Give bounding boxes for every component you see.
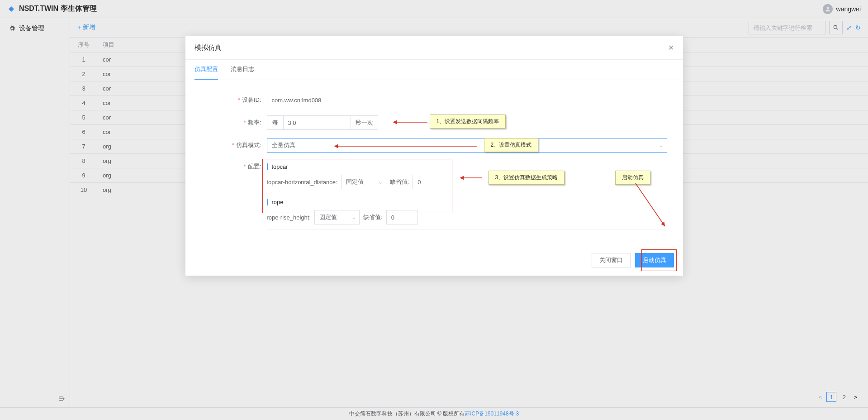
frequency-input[interactable] bbox=[283, 115, 351, 130]
close-button[interactable]: 关闭窗口 bbox=[592, 253, 631, 267]
simulation-modal: 模拟仿真 ✕ 仿真配置 消息日志 *设备ID: *频率: 每 秒一次 1、设置发… bbox=[185, 36, 683, 276]
mode-select[interactable]: ⌄ bbox=[267, 138, 667, 153]
divider bbox=[267, 229, 667, 229]
tab-log[interactable]: 消息日志 bbox=[231, 60, 254, 80]
label-config: 配置: bbox=[248, 163, 261, 170]
tab-config[interactable]: 仿真配置 bbox=[194, 60, 218, 80]
config-field-label: topcar-horizontal_distance: bbox=[267, 179, 337, 186]
freq-prefix: 每 bbox=[267, 115, 283, 130]
config-group-title: rope bbox=[267, 199, 667, 205]
divider bbox=[267, 194, 667, 194]
config-default-label: 缺省值: bbox=[390, 178, 409, 186]
annotation-callout-2: 2、设置仿真模式 bbox=[484, 138, 539, 152]
config-default-input[interactable] bbox=[413, 175, 444, 189]
config-field-label: rope-rise_height: bbox=[267, 214, 311, 221]
annotation-arrow bbox=[389, 118, 430, 127]
modal-title: 模拟仿真 bbox=[194, 43, 222, 52]
label-frequency: 频率: bbox=[248, 119, 261, 126]
config-default-input[interactable] bbox=[386, 210, 418, 224]
device-id-input[interactable] bbox=[267, 93, 667, 107]
annotation-callout-1: 1、设置发送数据间隔频率 bbox=[430, 115, 506, 129]
annotation-callout-4: 启动仿真 bbox=[615, 171, 650, 185]
config-default-label: 缺省值: bbox=[363, 213, 383, 221]
config-group-title: topcar bbox=[267, 163, 667, 170]
freq-suffix: 秒一次 bbox=[351, 115, 378, 130]
label-mode: 仿真模式: bbox=[236, 142, 261, 148]
annotation-callout-3: 3、设置仿真数据生成策略 bbox=[489, 171, 565, 185]
config-type-select[interactable]: ⌄ bbox=[314, 210, 360, 224]
config-type-select[interactable]: ⌄ bbox=[341, 175, 386, 189]
start-simulation-button[interactable]: 启动仿真 bbox=[635, 253, 674, 267]
label-device-id: 设备ID: bbox=[242, 96, 261, 103]
close-icon[interactable]: ✕ bbox=[668, 43, 674, 52]
